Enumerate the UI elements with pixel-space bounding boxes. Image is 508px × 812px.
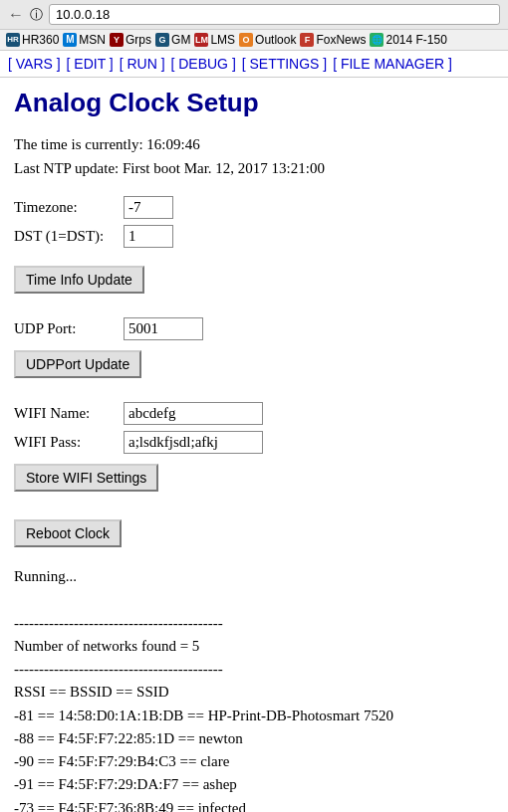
nav-file-manager[interactable]: [ FILE MANAGER ] xyxy=(333,56,452,72)
back-button[interactable]: ← xyxy=(8,6,24,24)
page-title: Analog Clock Setup xyxy=(14,88,494,118)
bookmark-lms[interactable]: LM LMS xyxy=(194,33,235,47)
console-line1: Running... xyxy=(14,565,494,588)
nav-menu: [ VARS ] [ EDIT ] [ RUN ] [ DEBUG ] [ SE… xyxy=(0,51,508,78)
console-line11: -73 == F4:5F:F7:36:8B:49 == infected xyxy=(14,797,494,813)
nav-run[interactable]: [ RUN ] xyxy=(120,56,165,72)
bookmark-label-msn: MSN xyxy=(79,33,106,47)
nav-settings[interactable]: [ SETTINGS ] xyxy=(242,56,328,72)
console-line4: Number of networks found = 5 xyxy=(14,635,494,658)
bookmark-icon-outlook: O xyxy=(239,33,253,47)
reboot-section: Reboot Clock xyxy=(14,515,494,557)
console-line9: -90 == F4:5F:F7:29:B4:C3 == clare xyxy=(14,750,494,773)
wifi-pass-row: WIFI Pass: xyxy=(14,431,494,454)
wifi-name-input[interactable] xyxy=(124,402,263,425)
bookmark-hr360[interactable]: HR HR360 xyxy=(6,33,59,47)
nav-debug[interactable]: [ DEBUG ] xyxy=(170,56,235,72)
console-line2 xyxy=(14,588,494,611)
nav-edit[interactable]: [ EDIT ] xyxy=(67,56,114,72)
bookmark-label-foxnews: FoxNews xyxy=(316,33,366,47)
store-wifi-button[interactable]: Store WIFI Settings xyxy=(14,464,158,492)
bookmark-icon-foxnews: F xyxy=(300,33,314,47)
bookmark-gm[interactable]: G GM xyxy=(155,33,190,47)
console-line6: RSSI == BSSID == SSID xyxy=(14,681,494,704)
bookmark-label-2014: 2014 F-150 xyxy=(385,33,446,47)
wifi-pass-label: WIFI Pass: xyxy=(14,434,124,451)
url-bar[interactable]: 10.0.0.18 xyxy=(49,4,500,25)
udp-row: UDP Port: xyxy=(14,317,494,340)
udp-section: UDP Port: UDPPort Update xyxy=(14,317,494,388)
bookmark-icon-grps: Y xyxy=(110,33,124,47)
bookmark-label-grps: Grps xyxy=(126,33,151,47)
current-time: The time is currently: 16:09:46 xyxy=(14,132,494,156)
main-content: Analog Clock Setup The time is currently… xyxy=(0,78,508,812)
dst-label: DST (1=DST): xyxy=(14,228,124,245)
time-update-button[interactable]: Time Info Update xyxy=(14,266,144,294)
dst-input[interactable] xyxy=(124,225,173,248)
timezone-dst-section: Timezone: DST (1=DST): xyxy=(14,196,494,248)
bookmark-icon-hr360: HR xyxy=(6,33,20,47)
timezone-row: Timezone: xyxy=(14,196,494,219)
udp-update-button[interactable]: UDPPort Update xyxy=(14,350,141,378)
console-line8: -88 == F4:5F:F7:22:85:1D == newton xyxy=(14,727,494,750)
bookmark-foxnews[interactable]: F FoxNews xyxy=(300,33,366,47)
console-output: Running... -----------------------------… xyxy=(14,565,494,812)
browser-bar: ← ⓘ 10.0.0.18 xyxy=(0,0,508,30)
bookmark-icon-msn: M xyxy=(63,33,77,47)
reboot-button[interactable]: Reboot Clock xyxy=(14,519,122,547)
bookmark-outlook[interactable]: O Outlook xyxy=(239,33,296,47)
bookmark-label-hr360: HR360 xyxy=(22,33,59,47)
bookmark-label-gm: GM xyxy=(171,33,190,47)
time-update-section: Time Info Update xyxy=(14,262,494,304)
bookmark-label-lms: LMS xyxy=(210,33,235,47)
wifi-name-label: WIFI Name: xyxy=(14,405,124,422)
wifi-name-row: WIFI Name: xyxy=(14,402,494,425)
dst-row: DST (1=DST): xyxy=(14,225,494,248)
console-line3: ----------------------------------------… xyxy=(14,612,494,635)
bookmark-icon-gm: G xyxy=(155,33,169,47)
bookmark-2014[interactable]: 🌐 2014 F-150 xyxy=(370,33,446,47)
console-line10: -91 == F4:5F:F7:29:DA:F7 == ashep xyxy=(14,773,494,796)
console-line7: -81 == 14:58:D0:1A:1B:DB == HP-Print-DB-… xyxy=(14,705,494,727)
ntp-update: Last NTP update: First boot Mar. 12, 201… xyxy=(14,156,494,180)
info-icon: ⓘ xyxy=(30,6,43,24)
udp-label: UDP Port: xyxy=(14,320,124,337)
wifi-pass-input[interactable] xyxy=(124,431,263,454)
bookmark-msn[interactable]: M MSN xyxy=(63,33,106,47)
bookmark-grps[interactable]: Y Grps xyxy=(110,33,151,47)
bookmark-icon-lms: LM xyxy=(194,33,208,47)
bookmark-icon-2014: 🌐 xyxy=(370,33,383,47)
timezone-input[interactable] xyxy=(124,196,173,219)
nav-vars[interactable]: [ VARS ] xyxy=(8,56,61,72)
wifi-section: WIFI Name: WIFI Pass: Store WIFI Setting… xyxy=(14,402,494,502)
time-info: The time is currently: 16:09:46 Last NTP… xyxy=(14,132,494,180)
bookmarks-bar: HR HR360 M MSN Y Grps G GM LM LMS O Outl… xyxy=(0,30,508,51)
bookmark-label-outlook: Outlook xyxy=(255,33,296,47)
console-line5: ----------------------------------------… xyxy=(14,658,494,681)
timezone-label: Timezone: xyxy=(14,199,124,216)
udp-input[interactable] xyxy=(124,317,203,340)
